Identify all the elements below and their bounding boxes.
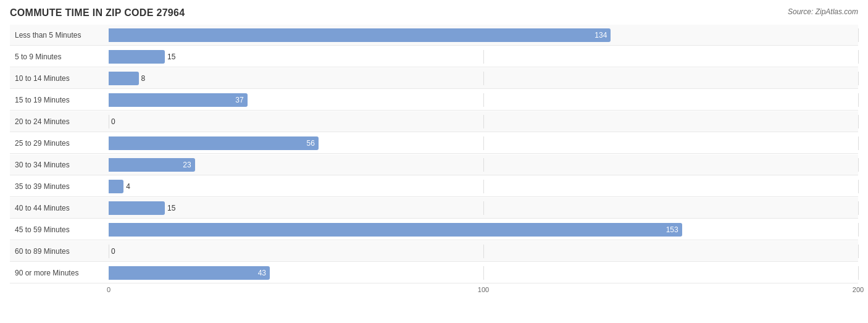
bar-track: 37 [109,93,858,107]
chart-body: Less than 5 Minutes1345 to 9 Minutes1510… [10,25,858,298]
chart-header: COMMUTE TIME IN ZIP CODE 27964 Source: Z… [10,7,858,19]
bar-label: 35 to 39 Minutes [10,182,109,191]
bar-row: 35 to 39 Minutes4 [10,176,858,197]
chart-container: COMMUTE TIME IN ZIP CODE 27964 Source: Z… [0,0,868,323]
bar-value: 153 [666,225,678,234]
bar-row: 15 to 19 Minutes37 [10,90,858,111]
bar-value: 37 [235,96,243,104]
bar-track: 56 [109,136,858,150]
x-axis-tick: 0 [107,286,111,293]
bar-value: 43 [258,269,266,277]
bar-value: 0 [109,117,115,126]
bar-row: 45 to 59 Minutes153 [10,219,858,240]
bar-row: 60 to 89 Minutes0 [10,241,858,262]
bar-row: 5 to 9 Minutes15 [10,46,858,67]
bar-label: 15 to 19 Minutes [10,96,109,104]
bar-label: 40 to 44 Minutes [10,204,109,212]
bar-row: 90 or more Minutes43 [10,262,858,283]
bar-value: 0 [109,247,115,256]
bar-label: 20 to 24 Minutes [10,117,109,126]
bar-track: 134 [109,28,858,42]
bar-label: 45 to 59 Minutes [10,225,109,234]
x-axis: 0100200 [109,286,858,298]
bar-track: 4 [109,180,858,193]
bar-value: 4 [123,182,130,191]
chart-source: Source: ZipAtlas.com [788,7,858,16]
bar-row: 25 to 29 Minutes56 [10,133,858,154]
bar-label: 90 or more Minutes [10,269,109,277]
x-axis-tick: 100 [478,286,489,293]
bar-row: 40 to 44 Minutes15 [10,198,858,219]
bar-value: 15 [165,204,175,212]
bar-track: 0 [109,245,858,258]
chart-title: COMMUTE TIME IN ZIP CODE 27964 [10,7,185,19]
bar-track: 43 [109,266,858,280]
bar-row: 10 to 14 Minutes8 [10,68,858,89]
bar-label: 10 to 14 Minutes [10,74,109,83]
bar-track: 153 [109,223,858,237]
bar-row: 20 to 24 Minutes0 [10,111,858,132]
bar-label: 30 to 34 Minutes [10,161,109,169]
bar-value: 134 [595,31,607,40]
bar-row: 30 to 34 Minutes23 [10,154,858,175]
bar-label: Less than 5 Minutes [10,31,109,40]
bar-track: 23 [109,158,858,172]
bar-value: 8 [139,74,146,83]
bar-track: 15 [109,201,858,215]
bar-track: 8 [109,72,858,85]
bar-row: Less than 5 Minutes134 [10,25,858,46]
bar-track: 15 [109,50,858,64]
bar-label: 25 to 29 Minutes [10,139,109,148]
bars-area: Less than 5 Minutes1345 to 9 Minutes1510… [10,25,858,283]
bar-value: 56 [307,139,315,148]
bar-label: 5 to 9 Minutes [10,52,109,61]
bar-label: 60 to 89 Minutes [10,247,109,256]
bar-value: 23 [183,161,191,169]
bar-value: 15 [165,52,175,61]
x-axis-tick: 200 [853,286,864,293]
bar-track: 0 [109,115,858,128]
